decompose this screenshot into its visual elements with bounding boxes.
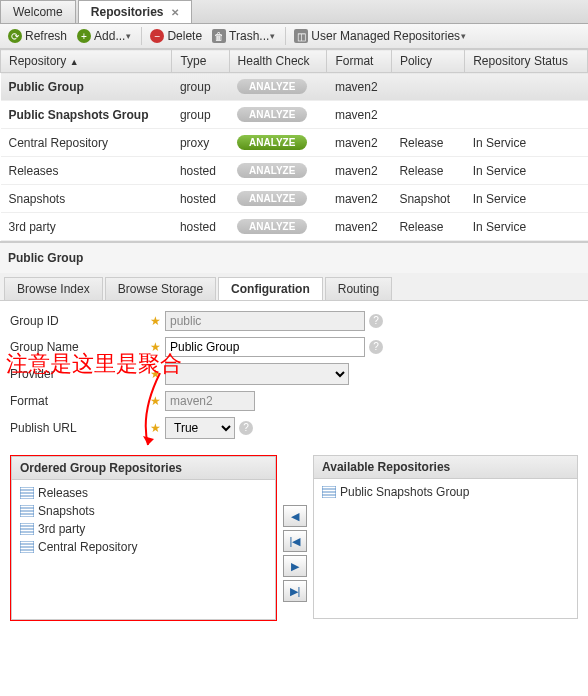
refresh-icon: ⟳: [8, 29, 22, 43]
chevron-down-icon: ▾: [461, 31, 466, 41]
group-name-field[interactable]: [165, 337, 365, 357]
trash-button[interactable]: 🗑Trash...▾: [208, 27, 279, 45]
cell-policy: Release: [391, 157, 464, 185]
help-icon[interactable]: ?: [369, 314, 383, 328]
required-icon: ★: [150, 314, 161, 328]
tab-browse-storage[interactable]: Browse Storage: [105, 277, 216, 300]
plus-icon: +: [77, 29, 91, 43]
repo-transfer-area: Ordered Group Repositories ReleasesSnaps…: [0, 455, 588, 631]
detail-tabs: Browse Index Browse Storage Configuratio…: [0, 273, 588, 301]
db-icon: ◫: [294, 29, 308, 43]
table-row[interactable]: Public Snapshots GroupgroupANALYZEmaven2: [1, 101, 588, 129]
chevron-down-icon: ▾: [270, 31, 275, 41]
available-repositories-box: Available Repositories Public Snapshots …: [313, 455, 578, 619]
cell-name: Snapshots: [1, 185, 172, 213]
list-item[interactable]: Central Repository: [16, 538, 271, 556]
publish-url-label: Publish URL: [10, 421, 150, 435]
cell-type: proxy: [172, 129, 229, 157]
tab-welcome-label: Welcome: [13, 5, 63, 19]
configuration-form: 注意是这里是聚合 Group ID ★ ? Group Name ★ ? Pro…: [0, 301, 588, 455]
cell-type: hosted: [172, 185, 229, 213]
cell-name: 3rd party: [1, 213, 172, 241]
separator: [141, 27, 142, 45]
format-field: [165, 391, 255, 411]
table-row[interactable]: 3rd partyhostedANALYZEmaven2ReleaseIn Se…: [1, 213, 588, 241]
list-item[interactable]: Snapshots: [16, 502, 271, 520]
cell-format: maven2: [327, 73, 392, 101]
cell-health: ANALYZE: [229, 73, 327, 101]
move-all-left-button[interactable]: |◀: [283, 530, 307, 552]
help-icon[interactable]: ?: [369, 340, 383, 354]
group-id-field: [165, 311, 365, 331]
list-item[interactable]: Releases: [16, 484, 271, 502]
col-health[interactable]: Health Check: [229, 50, 327, 73]
table-row[interactable]: ReleaseshostedANALYZEmaven2ReleaseIn Ser…: [1, 157, 588, 185]
cell-type: group: [172, 101, 229, 129]
cell-policy: [391, 73, 464, 101]
required-icon: ★: [150, 421, 161, 435]
analyze-button[interactable]: ANALYZE: [237, 191, 307, 206]
analyze-button[interactable]: ANALYZE: [237, 107, 307, 122]
tab-configuration[interactable]: Configuration: [218, 277, 323, 300]
cell-health: ANALYZE: [229, 129, 327, 157]
tab-browse-index[interactable]: Browse Index: [4, 277, 103, 300]
table-row[interactable]: Central RepositoryproxyANALYZEmaven2Rele…: [1, 129, 588, 157]
refresh-button[interactable]: ⟳Refresh: [4, 27, 71, 45]
col-policy[interactable]: Policy: [391, 50, 464, 73]
available-list[interactable]: Public Snapshots Group: [313, 479, 578, 619]
tab-welcome[interactable]: Welcome: [0, 0, 76, 23]
analyze-button[interactable]: ANALYZE: [237, 163, 307, 178]
cell-type: hosted: [172, 157, 229, 185]
col-type[interactable]: Type: [172, 50, 229, 73]
list-item[interactable]: Public Snapshots Group: [318, 483, 573, 501]
cell-status: In Service: [465, 157, 588, 185]
list-item-label: Public Snapshots Group: [340, 485, 469, 499]
move-all-right-button[interactable]: ▶|: [283, 580, 307, 602]
cell-type: group: [172, 73, 229, 101]
cell-health: ANALYZE: [229, 185, 327, 213]
provider-select[interactable]: [165, 363, 349, 385]
ordered-list[interactable]: ReleasesSnapshots3rd partyCentral Reposi…: [11, 480, 276, 620]
col-format[interactable]: Format: [327, 50, 392, 73]
user-managed-button[interactable]: ◫User Managed Repositories▾: [290, 27, 470, 45]
ordered-repositories-box: Ordered Group Repositories ReleasesSnaps…: [10, 455, 277, 621]
cell-status: In Service: [465, 185, 588, 213]
sort-asc-icon: ▲: [70, 57, 79, 67]
cell-policy: Snapshot: [391, 185, 464, 213]
chevron-down-icon: ▾: [126, 31, 131, 41]
col-status[interactable]: Repository Status: [465, 50, 588, 73]
list-item[interactable]: 3rd party: [16, 520, 271, 538]
cell-status: In Service: [465, 213, 588, 241]
analyze-button[interactable]: ANALYZE: [237, 219, 307, 234]
cell-name: Public Group: [1, 73, 172, 101]
close-icon[interactable]: ✕: [171, 7, 179, 18]
cell-policy: Release: [391, 213, 464, 241]
help-icon[interactable]: ?: [239, 421, 253, 435]
tab-repositories-label: Repositories: [91, 5, 164, 19]
separator: [285, 27, 286, 45]
move-right-button[interactable]: ▶: [283, 555, 307, 577]
analyze-button[interactable]: ANALYZE: [237, 79, 307, 94]
cell-status: In Service: [465, 129, 588, 157]
table-row[interactable]: SnapshotshostedANALYZEmaven2SnapshotIn S…: [1, 185, 588, 213]
table-row[interactable]: Public GroupgroupANALYZEmaven2: [1, 73, 588, 101]
group-id-label: Group ID: [10, 314, 150, 328]
tab-repositories[interactable]: Repositories✕: [78, 0, 193, 23]
col-repository[interactable]: Repository ▲: [1, 50, 172, 73]
transfer-buttons: ◀ |◀ ▶ ▶|: [277, 455, 313, 605]
annotation-arrow: [120, 373, 180, 453]
group-name-label: Group Name: [10, 340, 150, 354]
move-left-button[interactable]: ◀: [283, 505, 307, 527]
tab-routing[interactable]: Routing: [325, 277, 392, 300]
cell-format: maven2: [327, 213, 392, 241]
publish-url-select[interactable]: True: [165, 417, 235, 439]
cell-policy: Release: [391, 129, 464, 157]
required-icon: ★: [150, 394, 161, 408]
cell-status: [465, 101, 588, 129]
detail-title: Public Group: [0, 241, 588, 273]
add-button[interactable]: +Add...▾: [73, 27, 135, 45]
delete-button[interactable]: −Delete: [146, 27, 206, 45]
analyze-button[interactable]: ANALYZE: [237, 135, 307, 150]
cell-health: ANALYZE: [229, 157, 327, 185]
top-tab-bar: Welcome Repositories✕: [0, 0, 588, 24]
